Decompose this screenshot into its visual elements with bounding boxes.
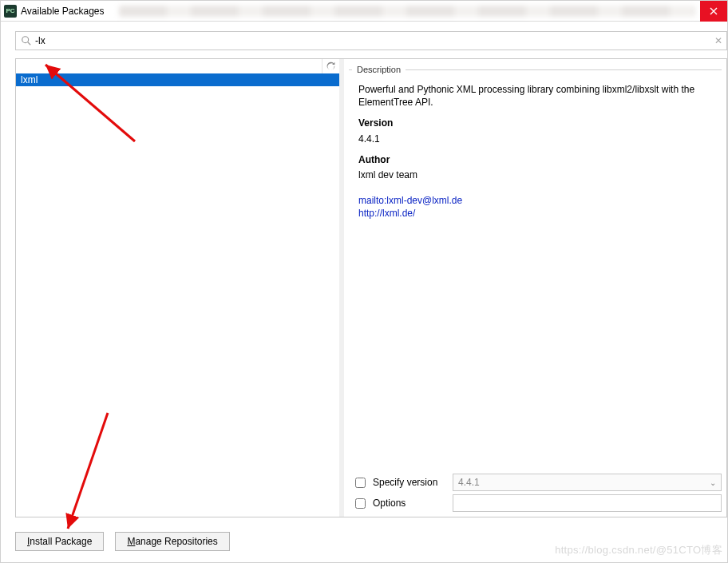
- window-title: Available Packages: [21, 6, 105, 17]
- search-input[interactable]: [35, 32, 710, 50]
- obscured-title-area: [119, 6, 695, 17]
- svg-line-1: [28, 42, 31, 46]
- options-checkbox-input[interactable]: [355, 498, 366, 509]
- search-field[interactable]: ✕: [15, 31, 727, 50]
- close-button[interactable]: [700, 1, 727, 22]
- close-icon: [710, 7, 718, 15]
- version-value: 4.4.1: [358, 133, 715, 145]
- titlebar: PC Available Packages: [1, 1, 727, 22]
- author-label: Author: [358, 153, 715, 166]
- package-list[interactable]: lxml: [16, 73, 339, 517]
- description-heading: Description: [349, 64, 722, 75]
- clear-search-button[interactable]: ✕: [710, 35, 726, 46]
- svg-point-0: [22, 37, 29, 43]
- package-link[interactable]: http://lxml.de/: [358, 207, 715, 220]
- install-package-button[interactable]: Install Package: [15, 532, 104, 551]
- watermark: https://blog.csdn.net/@51CTO博客: [555, 543, 722, 557]
- package-link[interactable]: mailto:lxml-dev@lxml.de: [358, 194, 715, 207]
- version-label: Version: [358, 117, 715, 129]
- author-value: lxml dev team: [358, 169, 715, 181]
- options-input[interactable]: [453, 494, 722, 512]
- search-icon: [21, 35, 32, 46]
- specify-version-checkbox[interactable]: Specify version: [352, 475, 446, 490]
- options-label: Options: [373, 498, 406, 509]
- package-list-panel: lxml: [15, 58, 339, 517]
- version-combo[interactable]: 4.4.1 ⌄: [453, 474, 722, 491]
- chevron-down-icon: ⌄: [710, 478, 716, 487]
- manage-repositories-button[interactable]: Manage Repositories: [115, 532, 229, 551]
- options-checkbox[interactable]: Options: [352, 496, 446, 511]
- reload-icon: [326, 61, 336, 72]
- version-combo-value: 4.4.1: [458, 477, 480, 488]
- specify-version-checkbox-input[interactable]: [355, 478, 366, 488]
- reload-button[interactable]: [322, 59, 339, 73]
- specify-version-label: Specify version: [373, 477, 437, 488]
- package-summary: Powerful and Pythonic XML processing lib…: [358, 83, 715, 109]
- details-panel: Description Powerful and Pythonic XML pr…: [344, 58, 727, 517]
- package-list-item[interactable]: lxml: [16, 73, 339, 86]
- available-packages-dialog: PC Available Packages ✕ lxml: [0, 0, 728, 563]
- pycharm-app-icon: PC: [4, 5, 17, 18]
